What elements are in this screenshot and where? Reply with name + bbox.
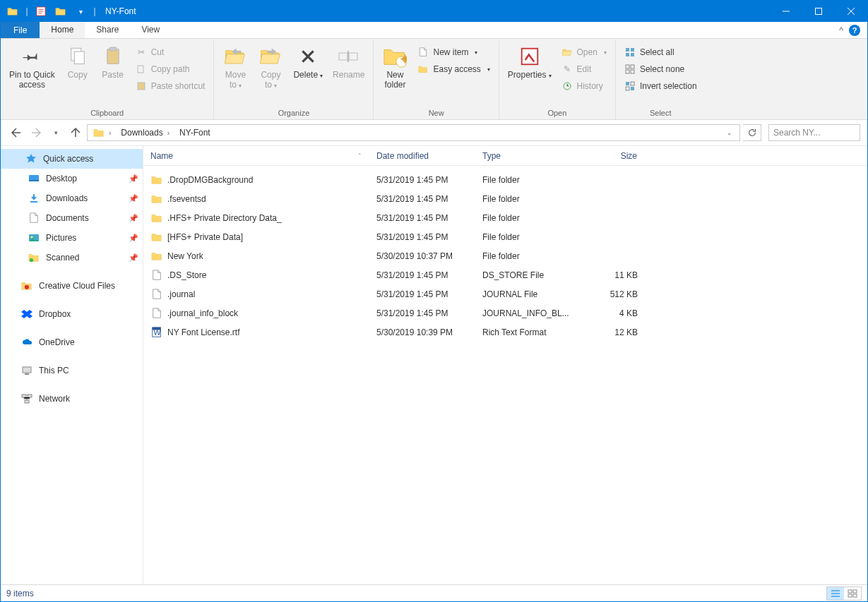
properties-button[interactable]: Properties bbox=[504, 43, 556, 83]
sidebar-item-scanned[interactable]: Scanned📌 bbox=[1, 248, 143, 267]
select-none-button[interactable]: Select none bbox=[622, 61, 700, 77]
file-name: .DropDMGBackground bbox=[167, 175, 253, 185]
cc-icon bbox=[20, 279, 33, 292]
address-dropdown-icon[interactable]: ⌄ bbox=[721, 124, 738, 141]
file-row[interactable]: .journal_info_block5/31/2019 1:45 PMJOUR… bbox=[143, 303, 867, 323]
help-icon[interactable]: ? bbox=[849, 25, 860, 36]
close-button[interactable] bbox=[835, 1, 867, 22]
file-row[interactable]: .DropDMGBackground5/31/2019 1:45 PMFile … bbox=[143, 170, 867, 189]
edit-button[interactable]: ✎Edit bbox=[559, 61, 610, 77]
file-row[interactable]: New York5/30/2019 10:37 PMFile folder bbox=[143, 246, 867, 265]
file-icon bbox=[150, 307, 163, 320]
search-box[interactable] bbox=[768, 124, 860, 141]
file-row[interactable]: [HFS+ Private Data]5/31/2019 1:45 PMFile… bbox=[143, 227, 867, 246]
tab-home[interactable]: Home bbox=[40, 22, 85, 38]
nav-recent-dropdown[interactable]: ▾ bbox=[47, 124, 64, 141]
new-folder-icon: ✦ bbox=[383, 44, 407, 68]
file-row[interactable]: .fseventsd5/31/2019 1:45 PMFile folder bbox=[143, 189, 867, 208]
qat-folder2-icon[interactable] bbox=[53, 4, 69, 19]
paste-shortcut-button[interactable]: Paste shortcut bbox=[133, 78, 208, 94]
nav-forward-button[interactable] bbox=[28, 124, 44, 141]
nav-up-button[interactable] bbox=[67, 124, 84, 141]
sidebar-quick-access[interactable]: Quick access bbox=[1, 149, 143, 169]
pin-quick-access-button[interactable]: Pin to Quick access bbox=[5, 43, 59, 91]
documents-icon bbox=[28, 212, 40, 224]
sidebar-item-downloads[interactable]: Downloads📌 bbox=[1, 188, 143, 208]
view-large-icons-button[interactable] bbox=[844, 587, 861, 600]
sidebar-item-onedrive[interactable]: OneDrive bbox=[1, 332, 143, 352]
column-size[interactable]: Size bbox=[581, 146, 645, 165]
sidebar-item-desktop[interactable]: Desktop📌 bbox=[1, 169, 143, 188]
column-name[interactable]: Name˄ bbox=[143, 146, 369, 165]
svg-rect-54 bbox=[848, 594, 852, 597]
sidebar-item-this-pc[interactable]: This PC bbox=[1, 361, 143, 380]
desktop-icon bbox=[28, 172, 40, 185]
minimize-ribbon-icon[interactable]: ^ bbox=[839, 25, 843, 35]
sidebar-item-pictures[interactable]: Pictures📌 bbox=[1, 228, 143, 248]
crumb-root[interactable]: › bbox=[89, 125, 117, 140]
sidebar-item-dropbox[interactable]: Dropbox bbox=[1, 304, 143, 324]
qat-dropdown-icon[interactable]: ▾ bbox=[73, 4, 88, 19]
file-type: JOURNAL_INFO_BL... bbox=[475, 308, 581, 318]
cut-button[interactable]: ✂Cut bbox=[133, 44, 208, 60]
view-details-button[interactable] bbox=[827, 587, 844, 600]
properties-icon bbox=[519, 44, 540, 68]
svg-rect-24 bbox=[631, 48, 634, 52]
history-button[interactable]: History bbox=[559, 78, 610, 94]
move-to-button[interactable]: Move to bbox=[218, 43, 252, 92]
copy-path-button[interactable]: Copy path bbox=[133, 61, 208, 77]
address-bar[interactable]: › Downloads› NY-Font ⌄ bbox=[87, 124, 740, 141]
copy-to-button[interactable]: Copy to bbox=[254, 43, 287, 92]
invert-selection-button[interactable]: Invert selection bbox=[622, 78, 700, 94]
ribbon-group-select: Select all Select none Invert selection … bbox=[616, 40, 706, 119]
sidebar-item-documents[interactable]: Documents📌 bbox=[1, 208, 143, 228]
file-row[interactable]: .HFS+ Private Directory Data_5/31/2019 1… bbox=[143, 208, 867, 227]
sidebar-item-creative-cloud-files[interactable]: Creative Cloud Files bbox=[1, 276, 143, 296]
tab-share[interactable]: Share bbox=[85, 22, 130, 38]
crumb-nyfont[interactable]: NY-Font bbox=[175, 125, 215, 140]
nav-back-button[interactable] bbox=[8, 124, 25, 141]
rename-button[interactable]: Rename bbox=[328, 43, 369, 81]
folder-icon bbox=[150, 212, 163, 224]
pin-icon: 📌 bbox=[129, 194, 137, 203]
ribbon-group-open: Properties Open ✎Edit History Open bbox=[499, 40, 616, 119]
tab-view[interactable]: View bbox=[130, 22, 171, 38]
new-folder-button[interactable]: ✦ New folder bbox=[378, 43, 412, 91]
copy-path-icon bbox=[136, 64, 147, 75]
maximize-button[interactable] bbox=[802, 1, 835, 22]
svg-rect-25 bbox=[626, 53, 629, 56]
column-type[interactable]: Type bbox=[475, 146, 581, 165]
minimize-button[interactable] bbox=[770, 1, 802, 22]
column-date[interactable]: Date modified bbox=[369, 146, 475, 165]
delete-button[interactable]: Delete bbox=[289, 43, 327, 83]
file-row[interactable]: .DS_Store5/31/2019 1:45 PMDS_STORE File1… bbox=[143, 265, 867, 284]
file-icon bbox=[150, 269, 163, 282]
qat-properties-icon[interactable] bbox=[33, 4, 49, 19]
select-all-button[interactable]: Select all bbox=[622, 44, 700, 60]
quick-access-icon bbox=[25, 152, 37, 165]
select-none-icon bbox=[624, 64, 636, 75]
file-row[interactable]: .journal5/31/2019 1:45 PMJOURNAL File512… bbox=[143, 284, 867, 303]
open-button[interactable]: Open bbox=[559, 44, 610, 60]
svg-rect-46 bbox=[22, 395, 26, 397]
cut-icon: ✂ bbox=[136, 47, 147, 58]
dropbox-icon bbox=[20, 308, 33, 320]
paste-shortcut-icon bbox=[136, 80, 147, 92]
tab-file[interactable]: File bbox=[1, 22, 40, 38]
statusbar: 9 items bbox=[1, 584, 867, 601]
search-input[interactable] bbox=[773, 128, 868, 138]
refresh-button[interactable] bbox=[743, 124, 761, 141]
file-row[interactable]: NY Font License.rtf5/30/2019 10:39 PMRic… bbox=[143, 323, 867, 342]
new-item-button[interactable]: New item bbox=[415, 44, 492, 60]
svg-rect-45 bbox=[25, 373, 29, 375]
easy-access-button[interactable]: Easy access bbox=[415, 61, 492, 77]
crumb-downloads[interactable]: Downloads› bbox=[117, 125, 175, 140]
open-icon bbox=[561, 47, 573, 58]
file-type: File folder bbox=[475, 194, 581, 204]
sidebar-item-network[interactable]: Network bbox=[1, 389, 143, 409]
paste-button[interactable]: Paste bbox=[96, 43, 130, 81]
qat-folder-icon[interactable] bbox=[5, 4, 20, 19]
file-type: DS_STORE File bbox=[475, 270, 581, 280]
copy-button[interactable]: Copy bbox=[61, 43, 95, 81]
file-list[interactable]: .DropDMGBackground5/31/2019 1:45 PMFile … bbox=[143, 166, 867, 584]
